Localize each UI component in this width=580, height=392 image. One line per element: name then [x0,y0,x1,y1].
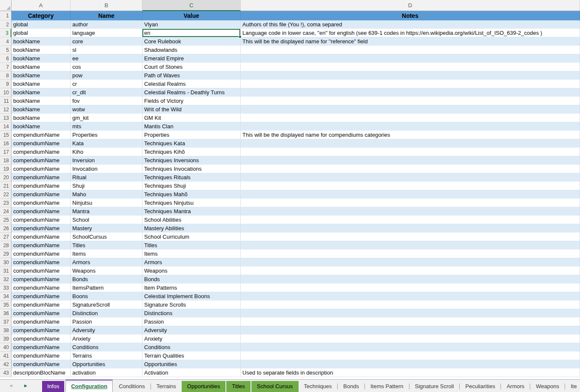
cell-C8[interactable]: Path of Waves [142,71,241,80]
cell-C2[interactable]: Vlyan [142,20,241,29]
cell-D9[interactable] [241,80,580,88]
row-header-5[interactable]: 5 [0,46,11,54]
prev-sheet-arrow-icon[interactable]: ◀ [9,384,12,388]
cell-B9[interactable]: cr [71,80,142,88]
cell-B22[interactable]: Maho [71,190,142,199]
cell-D37[interactable] [241,318,580,326]
cell-D38[interactable] [241,326,580,335]
cell-B11[interactable]: fov [71,97,142,105]
cell-B15[interactable]: Properties [71,131,142,139]
sheet-tab-armors[interactable]: Armors [501,381,529,392]
cell-B42[interactable]: Opportunities [71,360,142,369]
row-header-15[interactable]: 15 [0,131,11,139]
cell-B7[interactable]: cos [71,63,142,71]
cell-D21[interactable] [241,182,580,190]
cell-A8[interactable]: bookName [11,71,71,80]
cell-D27[interactable] [241,233,580,241]
cell-A42[interactable]: compendiumName [11,360,71,369]
cell-B33[interactable]: ItemsPattern [71,284,142,292]
cell-C36[interactable]: Distinctions [142,309,241,318]
cell-B32[interactable]: Bonds [71,275,142,284]
cell-B2[interactable]: author [71,20,142,29]
cell-D33[interactable] [241,284,580,292]
cell-A17[interactable]: compendiumName [11,148,71,156]
cell-D13[interactable] [241,114,580,122]
cell-D2[interactable]: Authors of this file (You !), coma separ… [241,20,580,29]
cell-A26[interactable]: compendiumName [11,224,71,233]
cell-A34[interactable]: compendiumName [11,292,71,301]
row-header-8[interactable]: 8 [0,71,11,80]
cell-A35[interactable]: compendiumName [11,301,71,309]
row-header-18[interactable]: 18 [0,156,11,165]
row-header-27[interactable]: 27 [0,233,11,241]
cell-C21[interactable]: Techniques Shuji [142,182,241,190]
cell-C4[interactable]: Core Rulebook [142,37,241,46]
row-header-4[interactable]: 4 [0,37,11,46]
sheet-tab-techniques[interactable]: Techniques [299,381,337,392]
header-cell-value[interactable]: Value [142,11,241,20]
cell-A30[interactable]: compendiumName [11,258,71,267]
cell-D20[interactable] [241,173,580,182]
cell-D19[interactable] [241,165,580,173]
cell-D43[interactable]: Used to separate fields in description [241,369,580,377]
cell-A9[interactable]: bookName [11,80,71,88]
cell-A25[interactable]: compendiumName [11,216,71,224]
cell-C7[interactable]: Court of Stones [142,63,241,71]
cell-B14[interactable]: mts [71,122,142,131]
row-header-30[interactable]: 30 [0,258,11,267]
cell-C34[interactable]: Celestial Implement Boons [142,292,241,301]
cell-B21[interactable]: Shuji [71,182,142,190]
cell-C9[interactable]: Celestial Realms [142,80,241,88]
cell-D8[interactable] [241,71,580,80]
next-sheet-arrow-icon[interactable]: ▶ [24,384,27,388]
cell-D3[interactable]: Language code in lower case, "en" for en… [241,29,580,37]
cell-A43[interactable]: descriptionBlocName [11,369,71,377]
header-cell-notes[interactable]: Notes [241,11,580,20]
sheet-tab-bonds[interactable]: Bonds [338,381,364,392]
cell-D34[interactable] [241,292,580,301]
cell-D39[interactable] [241,335,580,343]
cell-B12[interactable]: wotw [71,105,142,114]
cell-B36[interactable]: Distinction [71,309,142,318]
cell-C3[interactable]: en [142,29,241,37]
cell-C19[interactable]: Techniques Invocations [142,165,241,173]
cell-A37[interactable]: compendiumName [11,318,71,326]
column-header-b[interactable]: B [71,0,142,11]
sheet-tab-infos[interactable]: Infos [42,381,64,392]
cell-A36[interactable]: compendiumName [11,309,71,318]
row-header-29[interactable]: 29 [0,250,11,258]
cell-A14[interactable]: bookName [11,122,71,131]
cell-C30[interactable]: Armors [142,258,241,267]
header-cell-category[interactable]: Category [11,11,71,20]
cell-A19[interactable]: compendiumName [11,165,71,173]
cell-C26[interactable]: Mastery Abilities [142,224,241,233]
cell-D31[interactable] [241,267,580,275]
cell-D23[interactable] [241,199,580,207]
cell-D11[interactable] [241,97,580,105]
row-header-42[interactable]: 42 [0,360,11,369]
cell-B43[interactable]: activation [71,369,142,377]
cell-B34[interactable]: Boons [71,292,142,301]
cell-C16[interactable]: Techniques Kata [142,139,241,148]
cell-B37[interactable]: Passion [71,318,142,326]
cell-B38[interactable]: Adversity [71,326,142,335]
row-header-39[interactable]: 39 [0,335,11,343]
cell-D26[interactable] [241,224,580,233]
cell-C41[interactable]: Terrain Qualities [142,352,241,360]
cell-D25[interactable] [241,216,580,224]
cell-B41[interactable]: Terrains [71,352,142,360]
cell-A33[interactable]: compendiumName [11,284,71,292]
sheet-tab-titles[interactable]: Titles [226,381,250,392]
cell-B40[interactable]: Conditions [71,343,142,352]
cell-C38[interactable]: Adversity [142,326,241,335]
row-header-20[interactable]: 20 [0,173,11,182]
cell-B19[interactable]: Invocation [71,165,142,173]
cell-C18[interactable]: Techniques Inversions [142,156,241,165]
sheet-tab-peculiarities[interactable]: Peculiarities [460,381,500,392]
row-header-3[interactable]: 3 [0,29,11,37]
row-header-34[interactable]: 34 [0,292,11,301]
select-all-corner[interactable] [0,0,11,11]
cell-B8[interactable]: pow [71,71,142,80]
cell-A2[interactable]: global [11,20,71,29]
cell-C6[interactable]: Emerald Empire [142,54,241,63]
